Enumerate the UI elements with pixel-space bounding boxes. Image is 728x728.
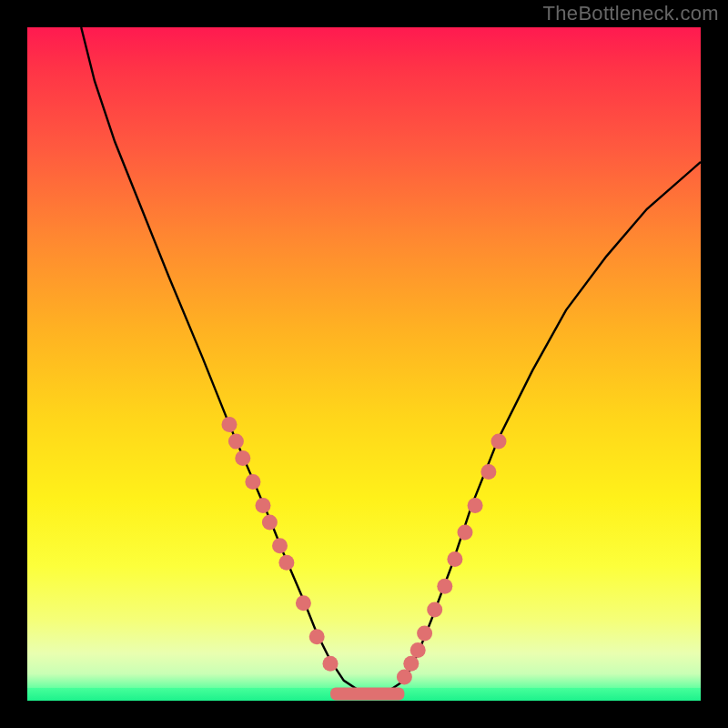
marker-dot [397,670,412,685]
marker-dot [403,656,419,672]
chart-svg [27,27,701,701]
chart-frame: TheBottleneck.com [0,0,728,728]
marker-dot [458,525,473,541]
marker-dot [245,474,260,490]
marker-dot [278,555,294,571]
marker-dot [468,498,483,513]
bottleneck-curve-path [81,27,701,694]
marker-dot [228,434,244,450]
marker-dot [323,656,339,672]
marker-dot [447,551,462,567]
marker-dot [296,595,311,611]
plot-area [27,27,701,701]
bottom-flat-bar [330,688,404,701]
marker-dot [437,579,452,594]
marker-dot [262,514,278,530]
right-marker-cluster [397,434,507,685]
marker-dot [272,538,288,553]
marker-dot [417,626,432,642]
marker-dot [410,642,426,658]
marker-dot [235,450,250,466]
marker-dot [491,434,507,450]
watermark-text: TheBottleneck.com [543,2,719,25]
left-marker-cluster [222,417,339,672]
marker-dot [480,464,496,480]
marker-dot [256,498,271,513]
marker-dot [427,602,442,618]
marker-dot [222,417,238,432]
marker-dot [309,629,325,644]
